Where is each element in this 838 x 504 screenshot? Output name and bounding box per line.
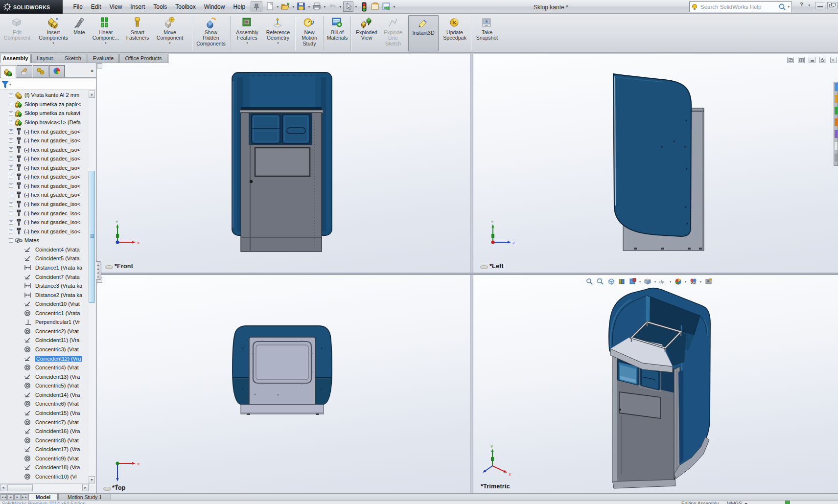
svg-text:X: X — [137, 241, 140, 245]
svg-text:dy: dy — [659, 279, 664, 284]
svg-text:X: X — [137, 462, 140, 466]
svg-text:Y: Y — [116, 220, 118, 224]
svg-text:Z: Z — [512, 241, 515, 245]
svg-text:X: X — [509, 472, 512, 477]
svg-text:Y: Y — [491, 220, 494, 224]
svg-text:Y: Y — [490, 444, 493, 449]
